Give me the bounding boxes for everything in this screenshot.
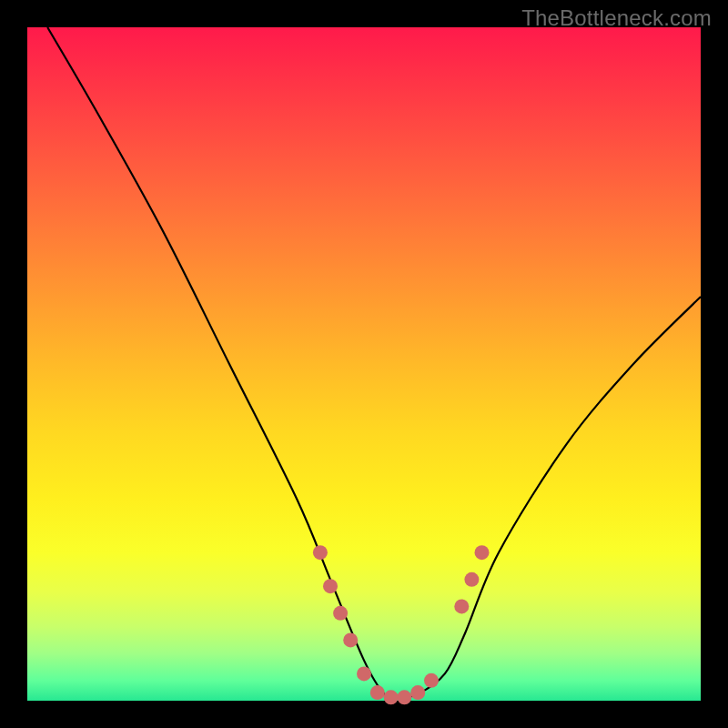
curve-marker <box>397 690 411 704</box>
curve-marker <box>475 545 490 560</box>
curve-marker <box>384 690 399 704</box>
curve-marker <box>343 632 358 647</box>
curve-marker <box>464 572 479 587</box>
curve-marker <box>323 579 338 593</box>
curve-marker <box>454 599 469 613</box>
curve-marker <box>313 545 328 560</box>
chart-frame: TheBottleneck.com <box>0 0 728 728</box>
curve-marker <box>410 685 425 700</box>
plot-area <box>27 27 701 701</box>
curve-marker <box>370 685 385 700</box>
curve-marker <box>357 666 371 681</box>
curve-markers <box>313 545 490 704</box>
curve-marker <box>424 673 439 688</box>
curve-marker <box>333 606 348 621</box>
bottleneck-curve <box>47 27 701 698</box>
curve-svg <box>27 27 701 701</box>
